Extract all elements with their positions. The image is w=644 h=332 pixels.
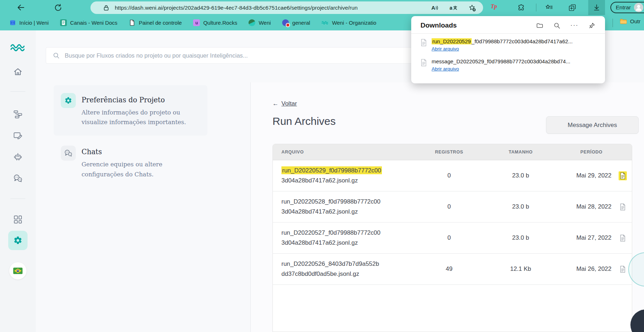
open-folder-icon[interactable]: [536, 22, 544, 29]
archive-size: 23.0 b: [490, 172, 551, 179]
sidebar-item-intelligence[interactable]: [13, 152, 23, 162]
collections-button[interactable]: [566, 2, 578, 13]
back-label: Voltar: [281, 100, 297, 107]
archive-file-name: run_D20220529_f0d79988b7772c00 3d04a28bd…: [273, 166, 408, 186]
menu-item-title: Preferências do Projeto: [82, 96, 200, 104]
sign-in-button[interactable]: Entrar: [610, 2, 644, 13]
download-file-name: run_D20220529_f0d79988b7772c003d04a28bd7…: [432, 38, 596, 44]
menu-item-chats[interactable]: Chats Gerencie equipes ou altere configu…: [54, 138, 207, 187]
archive-period-cell: Mai 27, 2022: [551, 234, 632, 243]
sidebar-divider: [10, 199, 25, 199]
download-archive-button[interactable]: [619, 234, 627, 243]
bookmark-canais-weni-docs[interactable]: Canais - Weni Docs: [60, 19, 117, 26]
page-icon: [129, 19, 136, 26]
more-options-icon[interactable]: ···: [570, 24, 579, 27]
archive-records: 0: [408, 234, 490, 241]
bookmark-painel-de-controle[interactable]: Painel de controle: [129, 19, 182, 26]
menu-item-description: Gerencie equipes ou altere configurações…: [82, 160, 200, 179]
document-icon: [620, 234, 626, 242]
menu-item-project-preferences[interactable]: Preferências do Projeto Altere informaçõ…: [54, 85, 207, 136]
search-icon: [53, 52, 60, 59]
header-registros: REGISTROS: [408, 150, 490, 155]
download-archive-button[interactable]: [619, 171, 627, 180]
translate-button[interactable]: a: [449, 5, 457, 11]
archive-size: 12.1 Kb: [490, 265, 551, 273]
pin-icon[interactable]: [588, 22, 596, 29]
table-row[interactable]: run_D20220529_f0d79988b7772c00 3d04a28bd…: [273, 160, 632, 191]
bookmark-qulture-rocks[interactable]: u Qulture.Rocks: [193, 19, 237, 26]
sidebar-item-settings[interactable]: [8, 231, 28, 250]
sidebar-divider: [10, 91, 25, 92]
bookmark-inicio-weni[interactable]: Início | Weni: [9, 19, 49, 26]
bookmark-general[interactable]: general: [282, 19, 310, 26]
sidebar-item-home[interactable]: [13, 67, 23, 77]
brazil-flag-icon: [13, 268, 23, 274]
refresh-icon: [54, 3, 63, 12]
download-archive-button[interactable]: [619, 265, 627, 274]
weni-logo-icon[interactable]: [10, 43, 26, 52]
message-archives-button[interactable]: Message Archives: [546, 116, 639, 134]
archive-period: Mai 29, 2022: [576, 172, 611, 179]
back-button[interactable]: [15, 2, 26, 13]
back-link[interactable]: ← Voltar: [272, 100, 297, 107]
header-periodo: PERÍODO: [551, 150, 632, 155]
green-doc-icon: [60, 19, 67, 26]
waves-icon: [321, 20, 329, 25]
sidebar-item-apps[interactable]: [13, 215, 23, 224]
table-header: ARQUIVO REGISTROS TAMANHO PERÍODO: [273, 144, 632, 160]
download-item-message[interactable]: message_D20220529_f0d79988b7772c003d04a2…: [411, 52, 605, 72]
archive-file-name: run_D20220527_f0d79988b7772c00 3d04a28bd…: [273, 228, 408, 248]
run-archives-table: ARQUIVO REGISTROS TAMANHO PERÍODO run_D2…: [272, 144, 632, 332]
favorites-button[interactable]: [543, 2, 555, 13]
document-icon: [620, 172, 626, 180]
bookmarks-divider: [613, 19, 613, 27]
avatar: [634, 3, 643, 12]
table-row[interactable]: run_D20220528_f0d79988b7772c00 3d04a28bd…: [273, 191, 632, 223]
chats-icon-box: [61, 146, 76, 161]
translate-icon: [453, 5, 457, 10]
qulture-icon: u: [193, 19, 200, 26]
sidebar-item-studio[interactable]: [13, 131, 23, 141]
collections-icon: [568, 4, 576, 12]
open-file-link[interactable]: Abrir arquivo: [432, 46, 459, 52]
search-downloads-icon[interactable]: [553, 22, 561, 29]
star-plus-icon: [468, 4, 476, 12]
download-archive-button[interactable]: [619, 202, 627, 211]
chats-icon: [64, 149, 73, 157]
open-file-link[interactable]: Abrir arquivo: [432, 66, 459, 72]
refresh-button[interactable]: [52, 2, 64, 13]
extensions-button[interactable]: [515, 2, 527, 13]
person-icon: [634, 3, 643, 12]
table-row[interactable]: run_D20220526_8403d7b7d9a552b dd37c8bd0d…: [273, 254, 632, 285]
sidebar: [0, 30, 36, 332]
gear-icon: [64, 97, 72, 104]
downloads-panel-header: Downloads ···: [411, 16, 605, 33]
downloads-title: Downloads: [421, 21, 526, 29]
table-row[interactable]: run_D20220527_f0d79988b7772c00 3d04a28bd…: [273, 223, 632, 254]
bookmark-weni[interactable]: Weni: [249, 19, 271, 26]
general-chat-icon: [282, 19, 289, 26]
bookmark-weni-organization[interactable]: Weni - Organizatio: [321, 20, 376, 26]
downloads-button[interactable]: [588, 0, 605, 15]
puzzle-icon: [517, 4, 525, 12]
sidebar-item-flows[interactable]: [13, 109, 23, 119]
address-bar[interactable]: https://dash.weni.ai/projects/202ad429-6…: [90, 1, 483, 14]
sign-in-label: Entrar: [616, 4, 631, 11]
archive-file-name: run_D20220528_f0d79988b7772c00 3d04a28bd…: [273, 197, 408, 217]
weni-circle-icon: [249, 19, 255, 26]
download-file-name: message_D20220529_f0d79988b7772c003d04a2…: [432, 58, 596, 64]
yellow-folder-icon: [620, 18, 627, 24]
page-title: Run Archives: [272, 115, 336, 127]
language-selector[interactable]: [9, 262, 26, 279]
header-tamanho: TAMANHO: [490, 150, 551, 155]
tp-extension-button[interactable]: Tp: [491, 3, 497, 10]
download-item-run[interactable]: run_D20220529_f0d79988b7772c003d04a28bd7…: [411, 34, 605, 52]
file-icon: [421, 59, 427, 67]
read-aloud-button[interactable]: A: [431, 5, 439, 11]
other-favorites-button[interactable]: Outr: [620, 18, 640, 24]
gear-icon-box: [61, 93, 76, 108]
settings-menu: Preferências do Projeto Altere informaçõ…: [54, 85, 207, 188]
url-text: https://dash.weni.ai/projects/202ad429-6…: [115, 5, 421, 11]
add-favorite-button[interactable]: [468, 4, 476, 12]
sidebar-item-chats[interactable]: [13, 174, 23, 183]
